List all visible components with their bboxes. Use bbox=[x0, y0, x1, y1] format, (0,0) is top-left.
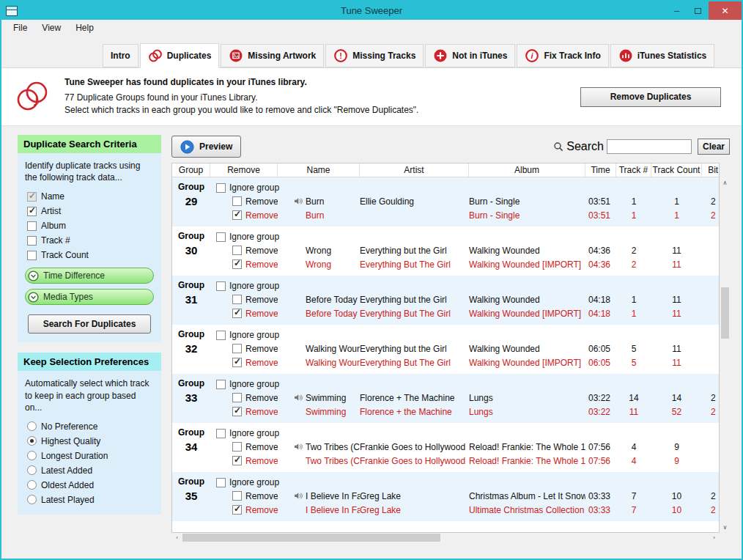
checkbox[interactable] bbox=[232, 246, 242, 255]
column-header-group[interactable]: Group bbox=[172, 163, 210, 177]
criteria-artist[interactable]: Artist bbox=[18, 204, 161, 218]
tab-missing-tracks[interactable]: !Missing Tracks bbox=[325, 44, 424, 67]
checkbox[interactable] bbox=[216, 331, 226, 340]
checkbox[interactable] bbox=[232, 456, 242, 465]
search-input[interactable] bbox=[607, 139, 692, 154]
remove-toggle[interactable]: Remove bbox=[210, 259, 278, 270]
checkbox[interactable] bbox=[232, 358, 242, 367]
column-header-track-count[interactable]: Track Count bbox=[651, 163, 702, 177]
criteria-album[interactable]: Album bbox=[18, 218, 161, 233]
keep-option-no-preference[interactable]: No Preference bbox=[18, 419, 161, 434]
checkbox[interactable] bbox=[27, 221, 37, 231]
criteria-name[interactable]: Name bbox=[18, 189, 161, 204]
ignore-group-toggle[interactable]: Ignore group bbox=[210, 328, 719, 342]
checkbox[interactable] bbox=[232, 442, 242, 452]
checkbox[interactable] bbox=[216, 429, 226, 438]
remove-toggle[interactable]: Remove bbox=[210, 442, 278, 452]
remove-toggle[interactable]: Remove bbox=[210, 505, 278, 515]
tab-intro[interactable]: Intro bbox=[103, 44, 138, 67]
remove-toggle[interactable]: Remove bbox=[210, 210, 278, 221]
remove-toggle[interactable]: Remove bbox=[210, 309, 278, 319]
checkbox[interactable] bbox=[232, 407, 242, 416]
clear-button[interactable]: Clear bbox=[698, 139, 730, 155]
column-header-time[interactable]: Time bbox=[585, 163, 616, 177]
checkbox[interactable] bbox=[216, 380, 226, 389]
search-for-duplicates-button[interactable]: Search For Duplicates bbox=[28, 314, 151, 334]
expander-media-types[interactable]: Media Types bbox=[25, 289, 154, 305]
checkbox[interactable] bbox=[216, 478, 226, 487]
remove-toggle[interactable]: Remove bbox=[210, 358, 278, 368]
keep-option-highest-quality[interactable]: Highest Quality bbox=[18, 434, 161, 449]
radio-button[interactable] bbox=[27, 436, 37, 446]
checkbox[interactable] bbox=[232, 259, 242, 269]
column-header-track-#[interactable]: Track # bbox=[616, 163, 651, 177]
checkbox[interactable] bbox=[27, 251, 37, 260]
scroll-down-arrow-icon[interactable]: ∨ bbox=[720, 522, 730, 532]
vertical-scroll-thumb[interactable] bbox=[721, 287, 729, 339]
close-button[interactable]: ✕ bbox=[709, 1, 742, 20]
scroll-right-arrow-icon[interactable]: › bbox=[709, 533, 719, 542]
radio-button[interactable] bbox=[27, 465, 37, 475]
menu-help[interactable]: Help bbox=[68, 21, 101, 35]
horizontal-scrollbar[interactable]: ‹ › bbox=[172, 533, 719, 542]
checkbox[interactable] bbox=[216, 183, 226, 193]
tab-missing-artwork[interactable]: Missing Artwork bbox=[221, 44, 324, 67]
checkbox[interactable] bbox=[232, 196, 242, 206]
checkbox[interactable] bbox=[216, 281, 226, 291]
remove-toggle[interactable]: Remove bbox=[210, 246, 278, 256]
remove-toggle[interactable]: Remove bbox=[210, 344, 278, 354]
radio-button[interactable] bbox=[27, 451, 37, 460]
ignore-group-toggle[interactable]: Ignore group bbox=[210, 279, 719, 292]
checkbox[interactable] bbox=[232, 393, 242, 402]
tab-itunes-statistics[interactable]: iTunes Statistics bbox=[610, 44, 714, 67]
remove-toggle[interactable]: Remove bbox=[210, 295, 278, 305]
remove-toggle[interactable]: Remove bbox=[210, 196, 278, 207]
vertical-scrollbar[interactable]: ∧ ∨ bbox=[720, 177, 730, 532]
keep-option-latest-added[interactable]: Latest Added bbox=[18, 463, 161, 478]
checkbox[interactable] bbox=[27, 192, 37, 202]
keep-option-oldest-added[interactable]: Oldest Added bbox=[18, 478, 161, 493]
preview-button[interactable]: Preview bbox=[171, 136, 241, 158]
ignore-group-toggle[interactable]: Ignore group bbox=[210, 230, 719, 243]
remove-toggle[interactable]: Remove bbox=[210, 407, 278, 417]
menu-file[interactable]: File bbox=[6, 21, 34, 35]
checkbox[interactable] bbox=[232, 295, 242, 304]
horizontal-scroll-thumb[interactable] bbox=[182, 534, 440, 542]
expander-time-difference[interactable]: Time Difference bbox=[25, 268, 154, 284]
remove-duplicates-button[interactable]: Remove Duplicates bbox=[580, 87, 721, 107]
radio-button[interactable] bbox=[27, 421, 37, 431]
criteria-track-count[interactable]: Track Count bbox=[18, 248, 161, 262]
tab-duplicates[interactable]: Duplicates bbox=[140, 43, 220, 68]
ignore-group-toggle[interactable]: Ignore group bbox=[210, 181, 719, 194]
maximize-button[interactable] bbox=[687, 1, 709, 20]
radio-button[interactable] bbox=[27, 480, 37, 490]
column-header-remove[interactable]: Remove bbox=[210, 163, 278, 177]
keep-option-longest-duration[interactable]: Longest Duration bbox=[18, 449, 161, 463]
checkbox[interactable] bbox=[27, 236, 37, 246]
remove-toggle[interactable]: Remove bbox=[210, 456, 278, 466]
keep-option-latest-played[interactable]: Latest Played bbox=[18, 493, 161, 507]
checkbox[interactable] bbox=[232, 491, 242, 501]
ignore-group-toggle[interactable]: Ignore group bbox=[210, 476, 719, 489]
checkbox[interactable] bbox=[232, 344, 242, 353]
ignore-group-toggle[interactable]: Ignore group bbox=[210, 427, 719, 440]
checkbox[interactable] bbox=[27, 207, 37, 216]
minimize-button[interactable]: – bbox=[666, 1, 687, 20]
radio-button[interactable] bbox=[27, 495, 37, 504]
column-header-album[interactable]: Album bbox=[469, 163, 585, 177]
scroll-left-arrow-icon[interactable]: ‹ bbox=[172, 533, 182, 542]
remove-toggle[interactable]: Remove bbox=[210, 491, 278, 501]
tab-not-in-itunes[interactable]: Not in iTunes bbox=[425, 44, 515, 67]
checkbox[interactable] bbox=[232, 309, 242, 318]
checkbox[interactable] bbox=[232, 505, 242, 515]
scroll-up-arrow-icon[interactable]: ∧ bbox=[720, 177, 730, 188]
column-header-bit-rate[interactable]: Bit Rate bbox=[702, 163, 719, 177]
ignore-group-toggle[interactable]: Ignore group bbox=[210, 377, 719, 391]
tab-fix-track-info[interactable]: iFix Track Info bbox=[517, 44, 608, 67]
menu-view[interactable]: View bbox=[34, 21, 68, 35]
criteria-track-#[interactable]: Track # bbox=[18, 233, 161, 248]
column-header-name[interactable]: Name bbox=[278, 163, 360, 177]
remove-toggle[interactable]: Remove bbox=[210, 393, 278, 403]
checkbox[interactable] bbox=[216, 232, 226, 242]
column-header-artist[interactable]: Artist bbox=[360, 163, 469, 177]
